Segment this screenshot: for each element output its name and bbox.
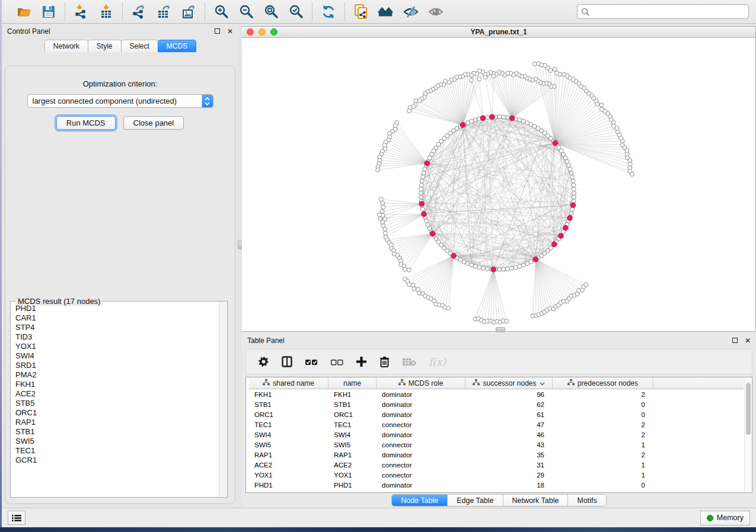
cell-predecessor-nodes: 0	[553, 411, 653, 418]
hide-graphics-details-icon[interactable]	[403, 4, 419, 20]
result-node[interactable]: SWI5	[15, 437, 219, 446]
zoom-in-icon[interactable]	[213, 4, 229, 20]
tab-mcds[interactable]: MCDS	[158, 40, 196, 52]
optimization-criterion-select[interactable]: largest connected component (undirected)	[27, 94, 213, 108]
memory-button[interactable]: Memory	[700, 511, 750, 525]
search-input[interactable]	[592, 6, 745, 18]
network-graph[interactable]	[242, 38, 755, 331]
zoom-out-icon[interactable]	[238, 4, 254, 20]
function-builder-icon[interactable]: f(x)	[429, 356, 446, 368]
table-row[interactable]: ACE2ACE2connector311	[249, 460, 744, 470]
tab-edge-table[interactable]: Edge Table	[448, 495, 503, 506]
column-header-predecessor-nodes[interactable]: predecessor nodes	[553, 377, 653, 389]
result-node[interactable]: ORC1	[15, 408, 219, 418]
clear-table-icon[interactable]	[402, 357, 416, 367]
result-node[interactable]: GCR1	[15, 456, 219, 465]
select-all-icon[interactable]	[305, 358, 318, 366]
result-node[interactable]: TEC1	[15, 446, 219, 456]
first-neighbors-icon[interactable]	[353, 4, 369, 20]
tab-motifs[interactable]: Motifs	[568, 495, 605, 506]
search-icon	[581, 8, 589, 16]
table-row[interactable]: SWI4SWI4dominator462	[249, 430, 744, 440]
table-row[interactable]: RAP1RAP1dominator352	[249, 450, 744, 460]
tab-node-table[interactable]: Node Table	[392, 495, 448, 506]
horizontal-splitter-handle[interactable]	[496, 327, 505, 332]
result-node[interactable]: SRD1	[15, 361, 219, 370]
cell-name: RAP1	[328, 451, 377, 459]
cell-shared-name: ORC1	[249, 411, 328, 418]
table-row[interactable]: ORC1ORC1dominator610	[249, 409, 744, 419]
table-row[interactable]: PHD1PHD1dominator180	[249, 480, 744, 490]
result-node[interactable]: STP4	[15, 323, 219, 332]
cell-predecessor-nodes: 1	[553, 472, 653, 479]
tab-network-table[interactable]: Network Table	[503, 495, 569, 506]
close-panel-icon[interactable]: ✕	[227, 28, 233, 35]
result-node[interactable]: TID3	[15, 332, 219, 342]
result-node[interactable]: CAR1	[15, 313, 219, 323]
column-header-MCDS-role[interactable]: MCDS role	[377, 377, 465, 389]
task-history-button[interactable]	[8, 511, 25, 525]
tab-select[interactable]: Select	[121, 40, 158, 52]
tab-network[interactable]: Network	[44, 40, 88, 52]
export-image-icon[interactable]	[180, 4, 197, 20]
criterion-value: largest connected component (undirected)	[28, 97, 202, 105]
result-node[interactable]: YOX1	[15, 342, 219, 351]
mcds-result-list[interactable]: PHD1CAR1STP4TID3YOX1SWI4SRD1PMA2FKH1ACE2…	[11, 304, 219, 496]
column-header-shared-name[interactable]: shared name	[249, 377, 328, 389]
table-body: FKH1FKH1dominator962STB1STB1dominator620…	[249, 389, 744, 490]
cell-MCDS-role: connector	[377, 441, 465, 448]
table-row[interactable]: YOX1YOX1connector291	[249, 470, 744, 480]
float-panel-icon[interactable]	[215, 28, 220, 34]
zoom-selected-icon[interactable]	[288, 4, 304, 20]
import-network-icon[interactable]	[73, 4, 90, 20]
save-session-icon[interactable]	[40, 4, 57, 20]
table-panel: Table Panel ✕	[242, 332, 756, 508]
delete-column-icon[interactable]	[379, 356, 390, 368]
result-node[interactable]: PMA2	[15, 370, 219, 380]
cell-predecessor-nodes: 2	[553, 391, 653, 398]
cell-shared-name: ACE2	[249, 462, 328, 469]
result-list-scrollbar[interactable]	[219, 302, 227, 496]
export-table-icon[interactable]	[155, 4, 172, 20]
add-column-icon[interactable]	[356, 356, 367, 367]
result-node[interactable]: STB1	[15, 427, 219, 437]
column-header-successor-nodes[interactable]: successor nodes	[465, 377, 553, 389]
run-mcds-button[interactable]: Run MCDS	[56, 116, 116, 130]
memory-status-icon	[707, 515, 713, 521]
show-graphics-details-icon[interactable]	[428, 4, 444, 20]
result-node[interactable]: SWI4	[15, 351, 219, 361]
column-header-name[interactable]: name	[328, 377, 377, 389]
refresh-layout-icon[interactable]	[320, 4, 337, 20]
table-scrollbar-thumb[interactable]	[746, 383, 751, 435]
tab-style[interactable]: Style	[88, 40, 122, 52]
open-session-icon[interactable]	[15, 4, 32, 20]
table-row[interactable]: STB1STB1dominator620	[249, 399, 744, 409]
select-stepper-icon	[202, 95, 213, 107]
result-node[interactable]: ACE2	[15, 389, 219, 399]
close-panel-button[interactable]: Close panel	[123, 116, 184, 130]
show-columns-icon[interactable]	[282, 356, 292, 367]
table-scrollbar[interactable]	[744, 378, 751, 492]
result-node[interactable]: FKH1	[15, 380, 219, 389]
zoom-fit-icon[interactable]	[263, 4, 279, 20]
close-panel-icon[interactable]: ✕	[745, 337, 751, 344]
table-row[interactable]: FKH1FKH1dominator962	[249, 389, 744, 399]
column-type-icon	[263, 379, 270, 387]
cell-successor-nodes: 46	[465, 431, 553, 438]
network-overview-icon[interactable]	[378, 4, 394, 20]
result-node[interactable]: PHD1	[15, 304, 219, 313]
control-panel-title: Control Panel	[7, 27, 50, 36]
result-node[interactable]: RAP1	[15, 418, 219, 427]
table-row[interactable]: SWI5SWI5connector431	[249, 440, 744, 450]
cell-successor-nodes: 96	[465, 391, 553, 398]
result-node[interactable]: STB5	[15, 399, 219, 408]
float-panel-icon[interactable]	[732, 338, 738, 343]
cell-successor-nodes: 43	[465, 441, 553, 448]
network-canvas[interactable]	[242, 38, 755, 331]
export-network-icon[interactable]	[130, 4, 147, 20]
cell-MCDS-role: dominator	[377, 411, 465, 418]
table-row[interactable]: TEC1TEC1connector472	[249, 419, 744, 430]
import-table-icon[interactable]	[98, 4, 114, 20]
unselect-all-icon[interactable]	[330, 358, 343, 366]
settings-gear-icon[interactable]	[258, 356, 269, 367]
